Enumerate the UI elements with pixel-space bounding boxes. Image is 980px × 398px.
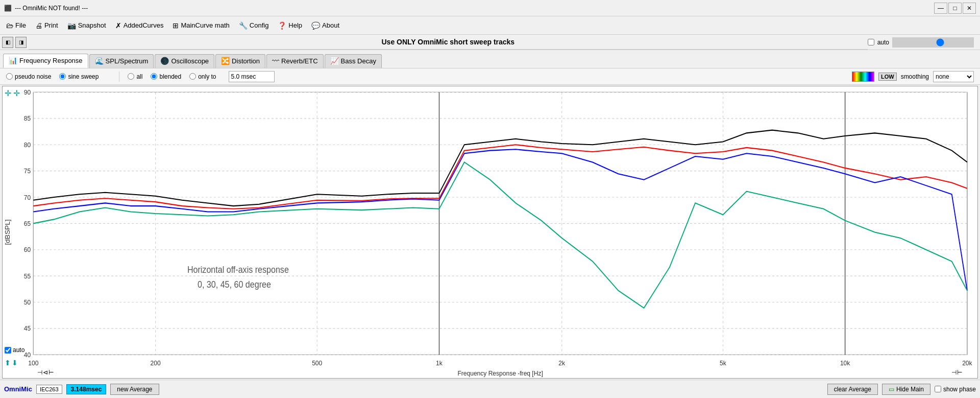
menu-main-curve[interactable]: ⊞ MainCurve math <box>168 19 233 32</box>
notice-text: Use ONLY OmniMic short sweep tracks <box>29 35 868 50</box>
hide-main-button[interactable]: ▭ Hide Main <box>882 384 930 395</box>
svg-text:60: 60 <box>24 246 31 254</box>
color-scale-block <box>852 72 874 82</box>
menu-print-label: Print <box>44 21 58 29</box>
zoom-up-icon[interactable]: ⬆ <box>5 359 11 367</box>
blended-option[interactable]: blended <box>151 73 181 80</box>
crosshair-v-icon[interactable]: ✛ <box>13 88 20 98</box>
svg-text:1k: 1k <box>436 359 443 367</box>
chart-area: ✛ ✛ auto ⬆ ⬇ ⊣ ⊲ ⊢ ⊣ ⊢ <box>2 86 978 379</box>
minimize-button[interactable]: — <box>934 3 947 14</box>
svg-text:55: 55 <box>24 272 31 280</box>
svg-text:70: 70 <box>24 193 31 201</box>
scroll-in-icon[interactable]: ⊲ <box>43 369 48 376</box>
print-icon: 🖨 <box>35 21 42 30</box>
crosshair-h-icon[interactable]: ✛ <box>5 88 11 98</box>
svg-text:20k: 20k <box>962 359 972 367</box>
left-panel-btn[interactable]: ◧ <box>2 37 13 48</box>
only-to-option[interactable]: only to <box>189 73 216 80</box>
tab-distortion-label: Distortion <box>232 57 260 65</box>
menu-added-curves-label: AddedCurves <box>124 21 164 29</box>
low-label: LOW <box>878 73 897 81</box>
smoothing-select[interactable]: none 1/3 oct 1/6 oct 1/12 oct <box>933 71 974 82</box>
menu-file[interactable]: 🗁 File <box>2 19 30 32</box>
maximize-button[interactable]: □ <box>948 3 962 14</box>
svg-text:65: 65 <box>24 219 31 227</box>
tab-oscilloscope-label: Oscilloscope <box>171 57 209 65</box>
file-icon: 🗁 <box>6 21 13 30</box>
menu-help[interactable]: ❓ Help <box>274 19 306 32</box>
svg-text:45: 45 <box>24 324 31 333</box>
right-panel-btn[interactable]: ◨ <box>15 37 27 48</box>
svg-text:500: 500 <box>312 359 322 367</box>
spl-icon: 🌊 <box>95 57 104 65</box>
chart-auto-label: auto <box>13 346 24 354</box>
menu-about[interactable]: 💬 About <box>307 19 344 32</box>
oscilloscope-icon: 🌑 <box>160 57 169 65</box>
tab-oscilloscope[interactable]: 🌑 Oscilloscope <box>155 54 214 68</box>
menu-snapshot[interactable]: 📷 Snapshot <box>63 19 110 32</box>
menu-print[interactable]: 🖨 Print <box>31 19 62 32</box>
tab-spl-spectrum[interactable]: 🌊 SPL/Spectrum <box>89 54 154 68</box>
svg-text:50: 50 <box>24 298 31 306</box>
show-phase-label: show phase <box>943 386 976 393</box>
menu-config[interactable]: 🔧 Config <box>235 19 273 32</box>
svg-text:80: 80 <box>24 141 31 149</box>
iec-label[interactable]: IEC263 <box>36 385 62 394</box>
menu-help-label: Help <box>288 21 302 29</box>
msec-input[interactable] <box>229 71 275 82</box>
all-option[interactable]: all <box>128 73 142 80</box>
added-curves-icon: ✗ <box>115 21 121 30</box>
menu-main-curve-label: MainCurve math <box>181 21 229 29</box>
close-button[interactable]: ✕ <box>963 3 976 14</box>
distortion-icon: 🔀 <box>221 57 230 65</box>
msec-display: 3.148msec <box>66 384 107 394</box>
blended-label: blended <box>159 73 181 80</box>
show-phase-checkbox[interactable] <box>935 386 941 392</box>
smoothing-group: LOW smoothing none 1/3 oct 1/6 oct 1/12 … <box>852 71 974 82</box>
svg-text:Horizontal off-axis response: Horizontal off-axis response <box>187 264 289 275</box>
auto-checkbox[interactable] <box>868 39 874 45</box>
hide-main-icon: ▭ <box>889 386 894 393</box>
menu-file-label: File <box>15 21 26 29</box>
chart-auto-checkbox[interactable] <box>5 347 11 354</box>
svg-text:0, 30, 45, 60 degree: 0, 30, 45, 60 degree <box>198 279 271 290</box>
auto-label: auto <box>877 39 889 46</box>
menu-config-label: Config <box>250 21 269 29</box>
source-options: pseudo noise sine sweep <box>6 73 99 80</box>
clear-average-button[interactable]: clear Average <box>827 384 878 395</box>
tab-frequency-response[interactable]: 📊 Frequency Response <box>3 54 88 68</box>
app-title: --- OmniMic NOT found! --- <box>15 5 88 12</box>
scroll-left-icon[interactable]: ⊣ <box>37 369 42 376</box>
freq-response-icon: 📊 <box>9 56 17 64</box>
pseudo-noise-option[interactable]: pseudo noise <box>6 73 51 80</box>
tab-distortion[interactable]: 🔀 Distortion <box>215 54 265 68</box>
svg-text:10k: 10k <box>840 359 850 367</box>
pseudo-noise-label: pseudo noise <box>15 73 51 80</box>
only-to-label: only to <box>198 73 216 80</box>
svg-text:5k: 5k <box>720 359 726 367</box>
chart-svg: 90 85 80 75 70 65 60 55 50 45 40 [dBSPL] <box>3 86 977 378</box>
zoom-down-icon[interactable]: ⬇ <box>12 359 18 367</box>
svg-text:75: 75 <box>24 167 31 175</box>
menu-snapshot-label: Snapshot <box>78 21 106 29</box>
bass-decay-icon: 📈 <box>330 57 339 65</box>
svg-text:40: 40 <box>24 350 31 359</box>
omnimic-label: OmniMic <box>4 385 32 393</box>
show-phase-row: show phase <box>935 386 976 393</box>
scroll-right2-icon[interactable]: ⊣ <box>951 369 957 376</box>
tab-freq-response-label: Frequency Response <box>19 57 83 64</box>
menu-about-label: About <box>322 21 339 29</box>
app-icon: ⬛ <box>4 5 12 12</box>
tab-reverb[interactable]: 〰 Reverb/ETC <box>266 54 324 68</box>
sine-sweep-label: sine sweep <box>68 73 99 80</box>
new-average-button[interactable]: new Average <box>110 384 159 395</box>
sine-sweep-option[interactable]: sine sweep <box>59 73 99 80</box>
main-curve-icon: ⊞ <box>173 21 179 30</box>
svg-text:[dBSPL]: [dBSPL] <box>4 219 11 245</box>
scroll-right3-icon[interactable]: ⊢ <box>957 369 962 376</box>
tab-bass-decay[interactable]: 📈 Bass Decay <box>325 54 382 68</box>
menu-added-curves[interactable]: ✗ AddedCurves <box>111 19 168 32</box>
scroll-right-icon[interactable]: ⊢ <box>48 369 54 376</box>
auto-slider[interactable] <box>892 37 974 48</box>
